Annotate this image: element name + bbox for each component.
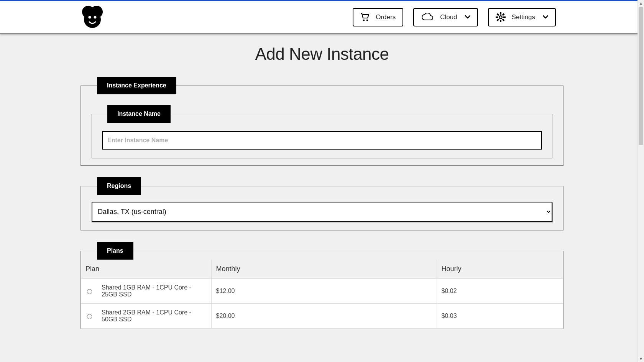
svg-rect-9	[496, 16, 498, 18]
chevron-down-icon	[465, 15, 470, 19]
svg-rect-8	[500, 20, 501, 22]
svg-rect-11	[502, 13, 504, 16]
settings-label: Settings	[512, 13, 535, 21]
page-title: Add New Instance	[0, 44, 644, 64]
plan-monthly: $12.00	[211, 279, 437, 304]
instance-experience-legend: Instance Experience	[97, 77, 176, 94]
svg-rect-10	[503, 16, 506, 18]
instance-name-section: Instance Name	[92, 105, 552, 158]
cloud-icon	[421, 13, 434, 21]
plan-label: Shared 2GB RAM - 1CPU Core - 50GB SSD	[102, 309, 207, 323]
region-select[interactable]: Dallas, TX (us-central)	[92, 202, 552, 222]
plans-col-monthly: Monthly	[211, 260, 437, 279]
main-content: Instance Experience Instance Name Region…	[80, 77, 564, 355]
orders-label: Orders	[376, 13, 396, 21]
regions-legend: Regions	[97, 177, 141, 195]
logo-icon	[80, 6, 104, 29]
plan-hourly: $0.02	[437, 279, 563, 304]
vertical-scrollbar[interactable]: ▲ ▼	[637, 0, 644, 355]
plans-col-plan: Plan	[81, 260, 211, 279]
svg-point-5	[363, 20, 365, 21]
plans-col-hourly: Hourly	[437, 260, 563, 279]
settings-button[interactable]: Settings	[488, 8, 556, 26]
cart-icon	[360, 13, 370, 21]
svg-point-6	[366, 20, 368, 21]
regions-section: Regions Dallas, TX (us-central)	[80, 177, 564, 230]
table-row: Shared 2GB RAM - 1CPU Core - 50GB SSD $2…	[81, 304, 563, 329]
plan-monthly: $20.00	[211, 304, 437, 329]
plan-hourly: $0.03	[437, 304, 563, 329]
svg-point-3	[89, 16, 91, 19]
plans-legend: Plans	[97, 242, 133, 260]
cloud-label: Cloud	[440, 13, 457, 21]
svg-point-4	[94, 16, 97, 19]
header: Orders Cloud	[0, 1, 644, 34]
plan-radio[interactable]	[87, 314, 92, 319]
svg-rect-7	[500, 12, 501, 15]
svg-point-2	[84, 11, 101, 28]
plan-label: Shared 1GB RAM - 1CPU Core - 25GB SSD	[102, 284, 207, 298]
app-logo[interactable]	[80, 6, 104, 29]
plans-section: Plans Plan Monthly Hourly Shared 1GB RAM…	[80, 242, 564, 329]
scrollbar-thumb[interactable]	[639, 7, 643, 145]
instance-name-legend: Instance Name	[107, 105, 171, 123]
svg-rect-14	[502, 19, 504, 21]
table-row: Shared 1GB RAM - 1CPU Core - 25GB SSD $1…	[81, 279, 563, 304]
svg-rect-13	[496, 13, 499, 16]
instance-name-input[interactable]	[102, 131, 542, 150]
plan-radio[interactable]	[87, 289, 92, 295]
instance-experience-section: Instance Experience Instance Name	[80, 77, 564, 166]
gear-icon	[496, 12, 506, 22]
orders-button[interactable]: Orders	[353, 8, 403, 26]
svg-rect-12	[496, 19, 499, 21]
plans-table: Plan Monthly Hourly Shared 1GB RAM - 1CP…	[81, 260, 563, 329]
cloud-button[interactable]: Cloud	[413, 8, 478, 26]
scroll-up-arrow-icon[interactable]: ▲	[638, 0, 644, 7]
chevron-down-icon	[543, 15, 548, 19]
